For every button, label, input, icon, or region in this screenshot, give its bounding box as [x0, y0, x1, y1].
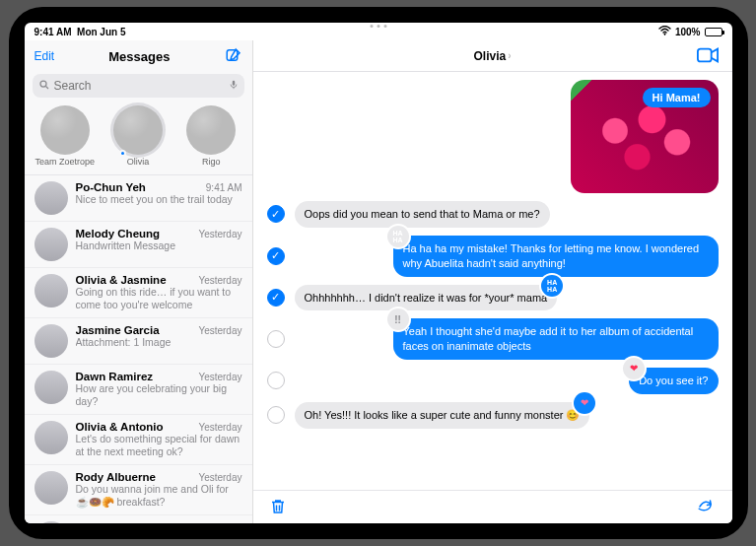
select-message-checkbox[interactable]	[267, 406, 285, 424]
avatar	[34, 371, 68, 404]
conversation-title[interactable]: Olivia ›	[473, 49, 511, 63]
conversation-snippet: How are you celebrating your big day?	[76, 382, 242, 408]
status-time: 9:41 AM	[34, 27, 72, 37]
conversation-time: Yesterday	[198, 522, 241, 523]
conversation-title-label: Olivia	[473, 49, 506, 63]
conversation-snippet: Do you wanna join me and Oli for ☕️🍩🥐 br…	[76, 483, 242, 509]
avatar	[34, 228, 68, 261]
conversation-name: Olivia & Antonio	[76, 421, 164, 433]
avatar	[113, 105, 163, 155]
conversation-time: Yesterday	[198, 372, 241, 382]
message-text: Ohhhhhhh… I didn't realize it was for *y…	[305, 292, 548, 304]
message-bubble[interactable]: Oops did you mean to send that to Mama o…	[295, 201, 550, 228]
conversation-time: Yesterday	[198, 422, 241, 433]
message-row: ✓ HAHA Ha ha ha my mistake! Thanks for l…	[267, 236, 719, 277]
svg-point-2	[40, 81, 46, 87]
avatar	[34, 274, 68, 307]
select-message-checkbox[interactable]: ✓	[267, 247, 285, 265]
message-text: Yeah I thought she'd maybe add it to her…	[403, 325, 694, 352]
conversation-row[interactable]: Olivia & JasmineYesterday Going on this …	[25, 268, 252, 318]
message-bubble[interactable]: !! Yeah I thought she'd maybe add it to …	[393, 318, 719, 360]
select-message-checkbox[interactable]: ✓	[267, 205, 285, 223]
avatar	[34, 521, 68, 523]
pinned-contact[interactable]: Team Zoetrope	[34, 105, 96, 167]
pinned-contact[interactable]: Rigo	[180, 105, 241, 167]
tapback-reaction[interactable]: ❤︎	[574, 392, 595, 414]
pinned-contact[interactable]: Olivia	[107, 105, 169, 167]
conversation-name: Rody Albuerne	[76, 471, 156, 483]
select-message-checkbox[interactable]	[267, 330, 285, 348]
edit-button[interactable]: Edit	[34, 49, 55, 63]
message-row: ✓ Oops did you mean to send that to Mama…	[267, 201, 719, 228]
conversation-snippet: Going on this ride… if you want to come …	[76, 286, 242, 311]
conversation-snippet: Nice to meet you on the trail today	[76, 193, 242, 206]
avatar	[34, 471, 68, 505]
search-input[interactable]	[54, 79, 225, 93]
message-bubble[interactable]: HAHA Ha ha ha my mistake! Thanks for let…	[393, 236, 719, 277]
sent-photo-message[interactable]: Hi Mama!	[571, 80, 719, 193]
conversation-row[interactable]: Olivia & AntonioYesterday Let's do somet…	[25, 415, 252, 465]
conversation-row[interactable]: Melody CheungYesterday Handwritten Messa…	[25, 222, 252, 268]
message-bubble[interactable]: HAHA Ohhhhhhh… I didn't realize it was f…	[295, 285, 558, 311]
conversation-row[interactable]: Po-Chun Yeh9:41 AM Nice to meet you on t…	[25, 175, 252, 222]
sidebar-title: Messages	[108, 49, 170, 64]
share-icon[interactable]	[695, 498, 717, 517]
battery-icon	[705, 28, 722, 36]
message-row: ✓ HAHA Ohhhhhhh… I didn't realize it was…	[267, 285, 719, 311]
message-text: Ha ha ha my mistake! Thanks for letting …	[403, 242, 700, 269]
compose-icon[interactable]	[225, 46, 242, 66]
wifi-icon	[658, 26, 671, 37]
conversation-snippet: Handwritten Message	[76, 239, 242, 252]
conversation-sidebar: Edit Messages Team ZoetropeOliviaRigo	[25, 40, 253, 523]
conversation-row[interactable]: Rody AlbuerneYesterday Do you wanna join…	[25, 465, 252, 515]
avatar	[40, 105, 90, 155]
unread-dot	[119, 150, 126, 157]
search-field[interactable]	[33, 74, 244, 98]
message-row: !! Yeah I thought she'd maybe add it to …	[267, 318, 719, 360]
message-bubble[interactable]: ❤︎ Oh! Yes!!! It looks like a super cute…	[295, 402, 590, 429]
conversation-snippet: Let's do something special for dawn at t…	[76, 433, 242, 458]
conversation-name: Dawn Ramirez	[76, 371, 154, 382]
pinned-label: Rigo	[180, 157, 241, 167]
multitask-dots[interactable]	[370, 25, 386, 28]
svg-rect-5	[697, 48, 711, 61]
tapback-reaction[interactable]: HAHA	[541, 275, 563, 297]
status-date: Mon Jun 5	[77, 27, 125, 37]
message-text: Oh! Yes!!! It looks like a super cute an…	[305, 409, 581, 421]
conversation-row[interactable]: Dawn RamirezYesterday How are you celebr…	[25, 365, 252, 415]
conversation-panel: Olivia › Hi Mama! ✓ Oops did you mean to	[253, 40, 732, 523]
conversation-name: Po-Chun Yeh	[76, 181, 146, 193]
conversation-snippet: Attachment: 1 Image	[76, 336, 242, 349]
avatar	[34, 324, 68, 358]
message-bubble[interactable]: ❤︎ Do you see it?	[629, 368, 718, 394]
conversation-time: 9:41 AM	[206, 182, 242, 193]
conversation-name: Olivia & Jasmine	[76, 274, 167, 286]
dictate-icon[interactable]	[229, 78, 239, 94]
avatar	[34, 421, 68, 454]
photo-caption-bubble: Hi Mama!	[643, 88, 711, 107]
conversation-row[interactable]: Jasmine GarciaYesterday Attachment: 1 Im…	[25, 318, 252, 365]
message-text: Do you see it?	[639, 375, 708, 386]
pinned-label: Team Zoetrope	[34, 157, 96, 167]
conversation-name: Antonio Manriquez	[76, 521, 178, 523]
svg-point-0	[663, 34, 665, 35]
pinned-label: Olivia	[107, 157, 169, 167]
conversation-row[interactable]: Antonio ManriquezYesterday	[25, 515, 252, 523]
tapback-reaction[interactable]: HAHA	[387, 226, 409, 247]
select-message-checkbox[interactable]: ✓	[267, 289, 285, 307]
select-message-checkbox[interactable]	[267, 372, 285, 389]
conversation-time: Yesterday	[198, 325, 241, 336]
tapback-reaction[interactable]: !!	[387, 308, 409, 330]
search-icon	[38, 79, 50, 93]
trash-icon[interactable]	[269, 497, 287, 518]
conversation-name: Melody Cheung	[76, 228, 161, 239]
conversation-time: Yesterday	[198, 229, 241, 239]
message-row: ❤︎ Do you see it?	[267, 368, 719, 394]
svg-line-3	[45, 87, 48, 90]
message-text: Oops did you mean to send that to Mama o…	[305, 208, 540, 220]
conversation-time: Yesterday	[198, 275, 241, 286]
avatar	[34, 181, 68, 215]
avatar	[186, 105, 236, 155]
conversation-name: Jasmine Garcia	[76, 324, 160, 336]
facetime-icon[interactable]	[697, 47, 719, 65]
